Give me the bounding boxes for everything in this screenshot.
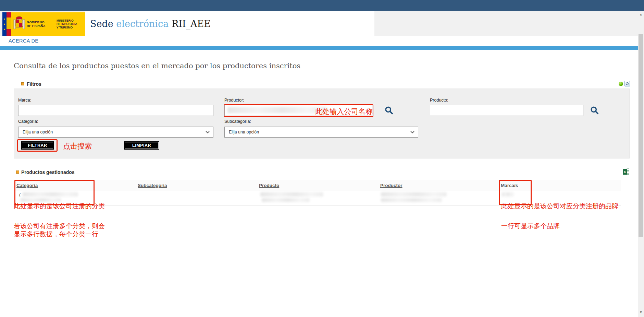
filtrar-button[interactable]: FILTRAR [21,141,54,150]
export-excel-button[interactable]: x [623,168,629,175]
productor-search-button[interactable] [384,106,394,116]
filtrar-annotation-text: 点击搜索 [63,141,92,151]
svg-text:x: x [624,170,626,174]
column-header-productor[interactable]: Productor [380,183,402,188]
ministry-label: MINISTERIO DE INDUSTRIA Y TURISMO [57,19,77,29]
nav-acerca-de[interactable]: ACERCA DE [9,38,38,44]
producto-label: Producto: [430,98,448,103]
producto-input[interactable] [430,105,583,116]
subcategoria-select-value: Elija una opción [229,130,259,134]
double-chevron-up-icon [626,81,629,87]
collapse-section-button[interactable] [624,81,630,86]
categoria-label: Categoría: [18,119,38,124]
scrollbar-thumb[interactable] [639,34,643,237]
title-divider [14,72,632,73]
site-title-suffix: RII_AEE [172,19,211,29]
productor-cell-redacted [381,192,447,197]
producto-cell-redacted [262,198,310,202]
scroll-down-arrow[interactable]: ▼ [638,309,644,315]
site-title: Sede electrónica RII_AEE [90,19,211,29]
limpiar-button[interactable]: LIMPIAR [124,141,159,150]
section-bullet-icon [16,171,19,174]
productor-cell-redacted [381,198,442,202]
marcas-note-line1: 此处显示的是该公司对应分类注册的品牌 [501,202,618,211]
site-title-electronica: electrónica [116,19,169,29]
eu-spain-flag-icon: ★★★ [2,12,11,36]
nav-row [0,36,644,46]
subcategoria-select[interactable]: Elija una opción [224,127,418,138]
chevron-down-icon [410,130,414,134]
ministry-logo[interactable]: MINISTERIO DE INDUSTRIA Y TURISMO [54,12,85,36]
categoria-note-line2: 若该公司有注册多个分类，则会 [14,222,105,231]
filters-section-title: Filtros [27,81,41,87]
page-title: Consulta de los productos puestos en el … [14,62,300,70]
status-ball-icon[interactable] [619,82,623,86]
productor-label: Productor: [224,98,244,103]
filters-panel [14,89,630,158]
marca-input[interactable] [18,105,213,116]
column-header-producto[interactable]: Producto [259,183,279,188]
categoria-note-line3: 显示多行数据，每个分类一行 [14,230,98,239]
spain-flag-icon [7,12,11,36]
marca-label: Marca: [18,98,31,103]
categoria-annotation-box [14,180,95,205]
marcas-note-line2: 一行可显示多个品牌 [501,222,560,231]
categoria-note-line1: 此处显示的是该公司注册的分类 [14,202,105,211]
scroll-up-arrow[interactable]: ▲ [638,12,644,17]
producto-search-button[interactable] [590,106,599,116]
government-label: GOBIERNO DE ESPAÑA [27,20,46,28]
marcas-annotation-box [499,180,532,205]
accent-bar [0,46,644,50]
categoria-select-value: Elija una opción [23,130,53,134]
subcategoria-label: Subcategoría: [224,119,251,124]
spain-coat-of-arms-icon [13,15,25,33]
site-title-sede: Sede [90,19,113,29]
government-logo[interactable]: GOBIERNO DE ESPAÑA [11,12,54,36]
excel-icon: x [623,170,629,176]
productor-annotation-text: 此处输入公司名称 [315,107,373,116]
search-icon [590,110,599,116]
producto-cell-redacted [260,192,323,197]
eu-stars-icon: ★★★ [2,12,7,36]
results-section-title: Productos gestionados [21,169,75,175]
search-icon [384,110,394,116]
top-bar [0,0,644,11]
section-bullet-icon [21,82,24,85]
categoria-select[interactable]: Elija una opción [18,127,213,138]
chevron-down-icon [206,130,210,134]
column-header-subcategoria[interactable]: Subcategoría [138,183,167,188]
